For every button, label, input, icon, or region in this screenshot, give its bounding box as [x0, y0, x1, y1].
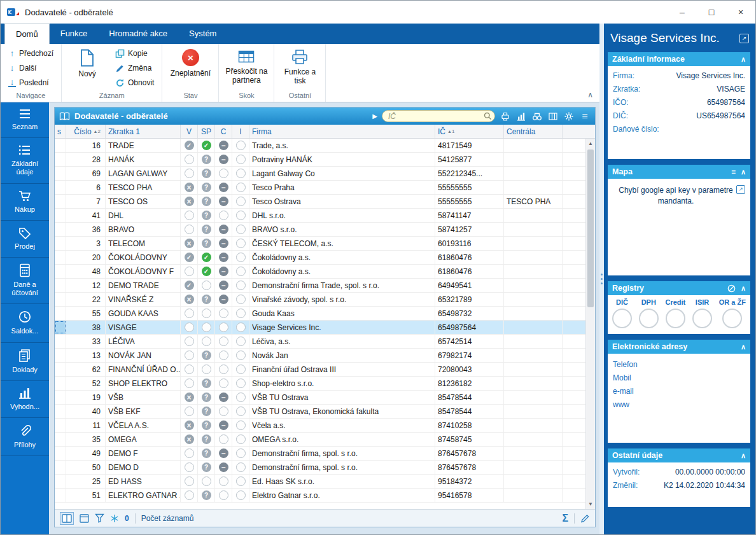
row-select-cell[interactable] — [55, 139, 66, 152]
map-list-icon[interactable]: ≡ — [731, 169, 736, 175]
row-select-cell[interactable] — [55, 391, 66, 404]
sidebar-item-doklady[interactable]: Doklady — [1, 343, 49, 381]
table-row[interactable]: 69 LAGAN GALWAY Lagant Galway Co 5522123… — [55, 167, 585, 181]
table-row[interactable]: 25 ED HASS Ed. Haas SK s.r.o. 95184372 — [55, 475, 585, 489]
edit-button[interactable]: Změna — [112, 61, 157, 75]
table-row[interactable]: 52 SHOP ELEKTRO Shop-elektro s.r.o. 8123… — [55, 377, 585, 391]
sidebar-item-saldokonta[interactable]: Saldok... — [1, 304, 49, 342]
table-row[interactable]: 33 LÉČIVA Léčiva, a.s. 65742514 — [55, 335, 585, 349]
table-row[interactable]: 55 GOUDA KAAS Gouda Kaas 65498732 — [55, 307, 585, 321]
sidebar-item-nakup[interactable]: Nákup — [1, 184, 49, 221]
table-row[interactable]: 12 DEMO TRADE Demonstrační firma Trade, … — [55, 279, 585, 293]
table-row[interactable]: 22 VINAŘSKÉ Z Vinařské závody, spol. s r… — [55, 293, 585, 307]
sidebar-item-vyhodnoceni[interactable]: Vyhodn... — [1, 381, 49, 418]
row-select-cell[interactable] — [55, 447, 66, 460]
column-header-firma[interactable]: Firma — [249, 125, 435, 138]
row-select-cell[interactable] — [55, 461, 66, 474]
row-select-cell[interactable] — [55, 209, 66, 222]
sum-icon[interactable]: Σ — [562, 513, 568, 524]
table-row[interactable]: 28 HANÁK Potraviny HANÁK 54125877 — [55, 153, 585, 167]
row-select-cell[interactable] — [55, 475, 66, 488]
row-select-cell[interactable] — [55, 195, 66, 208]
row-select-cell[interactable] — [55, 307, 66, 320]
slash-circle-icon[interactable] — [727, 284, 736, 293]
sidebar-item-prilohy[interactable]: Přílohy — [1, 418, 49, 456]
row-select-cell[interactable] — [55, 433, 66, 446]
row-select-cell[interactable] — [55, 321, 66, 334]
preview-panel-icon[interactable] — [80, 514, 89, 523]
columns-icon[interactable] — [547, 111, 559, 122]
open-external-icon[interactable]: ↗ — [739, 34, 749, 43]
registry-status-circle[interactable] — [666, 309, 685, 328]
chart-icon[interactable] — [515, 111, 527, 122]
table-row[interactable]: 16 TRADE Trade, a.s. 48171549 — [55, 139, 585, 153]
row-select-cell[interactable] — [55, 251, 66, 264]
row-select-cell[interactable] — [55, 279, 66, 292]
row-select-cell[interactable] — [55, 265, 66, 278]
row-select-cell[interactable] — [55, 489, 66, 502]
play-icon[interactable]: ▶ — [372, 113, 377, 120]
registry-status-circle[interactable] — [612, 309, 632, 328]
column-header-ic[interactable]: IČ ▲ 1 — [435, 125, 504, 138]
panel-splitter[interactable] — [599, 24, 604, 534]
registry-status-circle[interactable] — [692, 309, 712, 328]
column-header-c[interactable]: C — [215, 125, 232, 138]
column-header-s[interactable]: s — [55, 125, 66, 138]
address-link[interactable]: Telefon — [613, 358, 745, 372]
maximize-button[interactable]: □ — [697, 1, 726, 24]
row-select-cell[interactable] — [55, 363, 66, 376]
copy-button[interactable]: Kopie — [112, 46, 157, 60]
table-row[interactable]: 50 DEMO D Demonstrační firma, spol. s r.… — [55, 461, 585, 475]
registry-status-circle[interactable] — [639, 309, 659, 328]
jump-to-partner-button[interactable]: Přeskočit na partnera — [223, 46, 269, 90]
collapse-chevron-icon[interactable]: ∧ — [741, 168, 746, 176]
row-select-cell[interactable] — [55, 181, 66, 194]
previous-button[interactable]: ↑ Předchozí — [5, 46, 57, 60]
scroll-up-arrow-icon[interactable]: ▲ — [586, 139, 595, 148]
open-map-external-icon[interactable]: ↗ — [736, 185, 745, 194]
refresh-button[interactable]: Obnovit — [112, 76, 157, 90]
columns-view-icon[interactable] — [60, 512, 74, 525]
address-link[interactable]: www — [613, 398, 745, 412]
table-row[interactable]: 20 ČOKOLÁDOVNY Čokoládovny a.s. 61860476 — [55, 251, 585, 265]
collapse-chevron-icon[interactable]: ∧ — [741, 284, 746, 293]
minimize-button[interactable]: – — [668, 1, 697, 24]
address-link[interactable]: e-mail — [613, 385, 745, 398]
close-button[interactable]: × — [726, 1, 755, 24]
table-row[interactable]: 38 VISAGE Visage Services Inc. 654987564 — [55, 321, 585, 335]
table-row[interactable]: 51 ELEKTRO GATNAR ... Elektro Gatnar s.r… — [55, 489, 585, 503]
sidebar-item-seznam[interactable]: Seznam — [1, 102, 49, 138]
table-row[interactable]: 49 DEMO F Demonstrační firma, spol. s r.… — [55, 447, 585, 461]
vertical-scrollbar[interactable]: ▲ ▼ — [585, 139, 595, 509]
print-icon[interactable] — [500, 111, 511, 122]
address-link[interactable]: Mobil — [613, 372, 745, 385]
column-header-sp[interactable]: SP — [198, 125, 215, 138]
sidebar-item-prodej[interactable]: Prodej — [1, 221, 49, 258]
table-row[interactable]: 40 VŠB EKF VŠB TU Ostrava, Ekonomická fa… — [55, 405, 585, 419]
table-row[interactable]: 13 NOVÁK JAN Novák Jan 67982174 — [55, 349, 585, 363]
tab-system[interactable]: Systém — [178, 24, 227, 44]
edit-pencil-icon[interactable] — [580, 513, 590, 523]
settings-gear-icon[interactable] — [563, 111, 575, 122]
sidebar-item-zakladni-udaje[interactable]: Základní údaje — [1, 138, 49, 183]
table-row[interactable]: 62 FINANČNÍ ÚŘAD O... Finanční úřad Ostr… — [55, 363, 585, 377]
row-select-cell[interactable] — [55, 377, 66, 390]
table-row[interactable]: 36 BRAVO BRAVO s.r.o. 58741257 — [55, 223, 585, 237]
row-select-cell[interactable] — [55, 153, 66, 166]
sidebar-item-dane-a-uctovani[interactable]: Daně a účtování — [1, 258, 49, 304]
scroll-down-arrow-icon[interactable]: ▼ — [586, 499, 595, 509]
ribbon-collapse-chevron-icon[interactable]: ∧ — [587, 90, 593, 99]
registry-status-circle[interactable] — [722, 309, 742, 328]
next-button[interactable]: ↓ Další — [5, 61, 57, 75]
table-row[interactable]: 48 ČOKOLÁDOVNY F Čokoládovny a.s. 618604… — [55, 265, 585, 279]
table-row[interactable]: 41 DHL DHL s.r.o. 58741147 — [55, 209, 585, 223]
last-button[interactable]: ↓ Poslední — [5, 76, 57, 90]
column-header-v[interactable]: V — [181, 125, 198, 138]
column-header-centrala[interactable]: Centrála — [504, 125, 563, 138]
row-select-cell[interactable] — [55, 349, 66, 362]
filter-icon[interactable] — [95, 513, 104, 523]
table-row[interactable]: 19 VŠB VŠB TU Ostrava 85478544 — [55, 391, 585, 405]
scrollbar-thumb[interactable] — [587, 149, 594, 307]
row-select-cell[interactable] — [55, 223, 66, 236]
row-select-cell[interactable] — [55, 405, 66, 418]
